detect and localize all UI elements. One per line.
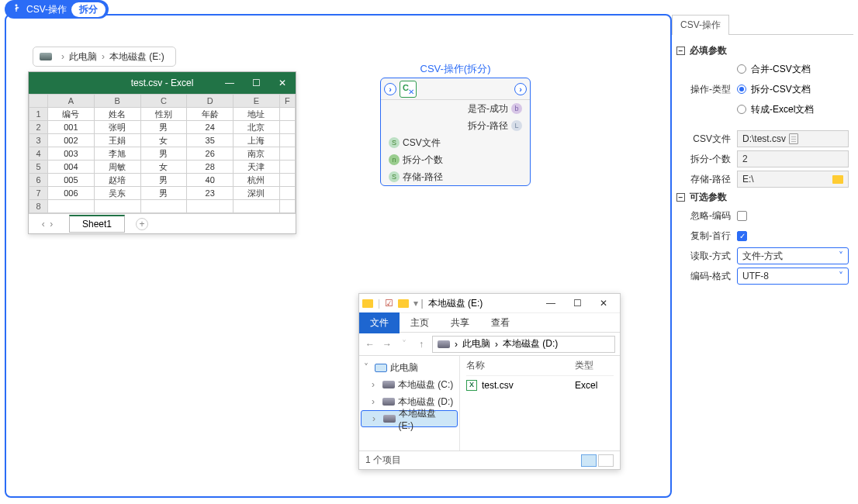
maximize-icon[interactable]: ☐ bbox=[564, 298, 590, 309]
cell[interactable]: 男 bbox=[140, 147, 187, 161]
cell[interactable]: 24 bbox=[187, 121, 234, 134]
cell[interactable]: 姓名 bbox=[94, 108, 140, 121]
workflow-node[interactable]: CSV-操作(拆分) › › 是否-成功b 拆分-路径L SCSV文件 n拆分-… bbox=[380, 62, 531, 186]
ribbon-tab[interactable]: 查看 bbox=[480, 316, 521, 330]
sheet-tab[interactable]: Sheet1 bbox=[69, 215, 125, 233]
forward-icon[interactable]: → bbox=[381, 339, 393, 350]
col-header[interactable]: A bbox=[48, 95, 95, 108]
address-path[interactable]: ›此电脑 ›本地磁盘 (D:) bbox=[432, 336, 615, 353]
row-header[interactable]: 8 bbox=[29, 200, 48, 213]
cell[interactable]: 004 bbox=[48, 161, 95, 174]
ribbon-file[interactable]: 文件 bbox=[359, 312, 400, 333]
input-split-count[interactable]: 2 bbox=[737, 150, 849, 167]
col-header[interactable]: B bbox=[94, 95, 140, 108]
back-icon[interactable]: ← bbox=[364, 339, 376, 350]
minimize-icon[interactable]: — bbox=[216, 72, 243, 94]
cell[interactable]: 001 bbox=[48, 121, 95, 134]
cell[interactable]: 杭州 bbox=[234, 174, 280, 187]
cell[interactable]: 性别 bbox=[140, 108, 187, 121]
cell[interactable]: 张明 bbox=[94, 121, 140, 134]
cell[interactable]: 男 bbox=[140, 174, 187, 187]
col-name[interactable]: 名称 bbox=[466, 359, 575, 372]
checkbox-ignore-encoding[interactable] bbox=[737, 211, 747, 221]
cell[interactable] bbox=[234, 200, 280, 213]
row-header[interactable]: 5 bbox=[29, 161, 48, 174]
col-header[interactable]: E bbox=[234, 95, 280, 108]
minimize-icon[interactable]: — bbox=[538, 298, 564, 309]
cell[interactable]: 女 bbox=[140, 134, 187, 147]
cell[interactable]: 编号 bbox=[48, 108, 95, 121]
corner-cell[interactable] bbox=[29, 95, 48, 108]
checkbox-copy-first-row[interactable]: ✓ bbox=[737, 231, 747, 241]
breadcrumb[interactable]: › 此电脑 › 本地磁盘 (E:) bbox=[33, 47, 176, 67]
folder-icon[interactable] bbox=[832, 175, 843, 184]
cell[interactable]: 天津 bbox=[234, 161, 280, 174]
cell[interactable]: 年龄 bbox=[187, 108, 234, 121]
history-icon[interactable]: ˅ bbox=[398, 339, 410, 350]
tree-item-drive-c[interactable]: ›本地磁盘 (C:) bbox=[361, 376, 458, 393]
file-row[interactable]: test.csv Excel bbox=[466, 376, 614, 395]
cell[interactable] bbox=[140, 200, 187, 213]
cell[interactable]: 女 bbox=[140, 161, 187, 174]
output-port-icon[interactable]: › bbox=[514, 83, 527, 95]
number-pin-icon[interactable]: n bbox=[389, 154, 400, 165]
view-details-icon[interactable] bbox=[581, 454, 597, 467]
cell[interactable] bbox=[279, 108, 295, 121]
row-header[interactable]: 2 bbox=[29, 121, 48, 134]
sheet-nav[interactable]: ‹ › bbox=[29, 219, 66, 230]
cell[interactable]: 周敏 bbox=[94, 161, 140, 174]
add-sheet-icon[interactable]: + bbox=[136, 218, 148, 230]
select-read-mode[interactable]: 文件-方式˅ bbox=[737, 247, 849, 264]
excel-titlebar[interactable]: test.csv - Excel — ☐ ✕ bbox=[29, 72, 296, 94]
string-pin-icon[interactable]: S bbox=[389, 137, 400, 148]
cell[interactable] bbox=[279, 174, 295, 187]
input-csv-file[interactable]: D:\test.csv bbox=[737, 130, 849, 147]
string-pin-icon[interactable]: S bbox=[389, 171, 400, 182]
maximize-icon[interactable]: ☐ bbox=[243, 72, 269, 94]
ribbon-tab[interactable]: 主页 bbox=[400, 316, 440, 330]
cell[interactable]: 28 bbox=[187, 161, 234, 174]
cell[interactable] bbox=[279, 187, 295, 200]
up-icon[interactable]: ↑ bbox=[415, 339, 427, 350]
section-required[interactable]: −必填参数 bbox=[676, 44, 849, 57]
tree-item-drive-e[interactable]: ›本地磁盘 (E:) bbox=[361, 410, 458, 427]
input-port-icon[interactable]: › bbox=[384, 83, 396, 95]
radio-toexcel[interactable] bbox=[737, 105, 746, 114]
ribbon-tab[interactable]: 共享 bbox=[440, 316, 480, 330]
cell[interactable]: 深圳 bbox=[234, 187, 280, 200]
cell[interactable]: 005 bbox=[48, 174, 95, 187]
close-icon[interactable]: ✕ bbox=[269, 72, 296, 94]
cell[interactable] bbox=[279, 147, 295, 161]
cell[interactable] bbox=[94, 200, 140, 213]
cell[interactable] bbox=[279, 200, 295, 213]
close-icon[interactable]: ✕ bbox=[590, 298, 617, 309]
cell[interactable]: 上海 bbox=[234, 134, 280, 147]
cell[interactable]: 35 bbox=[187, 134, 234, 147]
row-header[interactable]: 4 bbox=[29, 147, 48, 161]
cell[interactable]: 23 bbox=[187, 187, 234, 200]
cell[interactable]: 男 bbox=[140, 187, 187, 200]
col-type[interactable]: 类型 bbox=[575, 359, 593, 372]
cell[interactable]: 南京 bbox=[234, 147, 280, 161]
bool-pin-icon[interactable]: b bbox=[511, 103, 522, 114]
cell[interactable]: 40 bbox=[187, 174, 234, 187]
section-optional[interactable]: −可选参数 bbox=[676, 191, 849, 204]
radio-split[interactable] bbox=[737, 85, 746, 94]
cell[interactable]: 006 bbox=[48, 187, 95, 200]
cell[interactable]: 吴东 bbox=[94, 187, 140, 200]
col-header[interactable]: C bbox=[140, 95, 187, 108]
tree-item-pc[interactable]: ˅此电脑 bbox=[361, 359, 458, 376]
cell[interactable]: 26 bbox=[187, 147, 234, 161]
col-header[interactable]: F bbox=[279, 95, 295, 108]
col-header[interactable]: D bbox=[187, 95, 234, 108]
radio-merge[interactable] bbox=[737, 64, 746, 74]
document-icon[interactable] bbox=[789, 133, 798, 144]
cell[interactable]: 北京 bbox=[234, 121, 280, 134]
excel-grid[interactable]: A B C D E F 1 编号 姓名 性别 年龄 地址 2001张明男24北京… bbox=[29, 94, 296, 213]
cell[interactable]: 男 bbox=[140, 121, 187, 134]
cell[interactable] bbox=[279, 161, 295, 174]
cell[interactable]: 赵培 bbox=[94, 174, 140, 187]
input-store-path[interactable]: E:\ bbox=[737, 171, 849, 188]
row-header[interactable]: 3 bbox=[29, 134, 48, 147]
cell[interactable]: 地址 bbox=[234, 108, 280, 121]
